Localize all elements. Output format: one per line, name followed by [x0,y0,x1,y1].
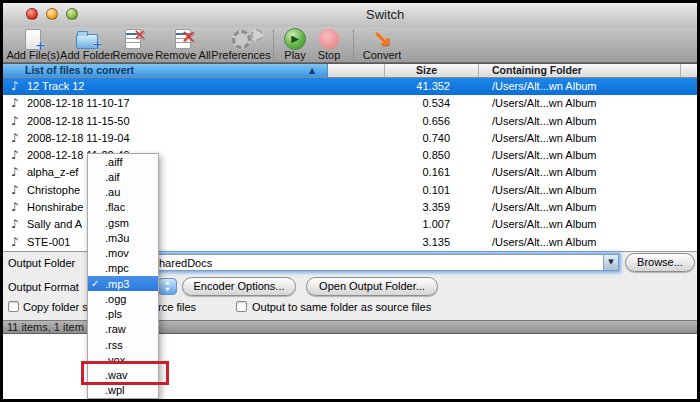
window-title: Switch [366,7,404,22]
toolbar-separator [353,30,354,60]
menu-item-au[interactable]: .au [88,185,158,200]
output-folder-label: Output Folder [8,257,75,269]
output-format-label: Output Format [8,281,79,293]
convert-button[interactable]: ↘ Convert [357,28,407,62]
file-size: 0.740 [378,132,450,144]
menu-item-label: .gsm [105,217,129,229]
open-output-folder-button[interactable]: Open Output Folder... [306,277,438,296]
folder-column-label[interactable]: Containing Folder [492,64,582,77]
gear-icon [251,29,263,41]
table-row[interactable]: ♪ 2008-12-18 11-19-04 0.740 /Users/Alt..… [3,130,697,147]
plus-icon: + [35,38,46,53]
menu-item-label: .aiff [105,156,123,168]
menu-item-raw[interactable]: .raw [88,322,158,337]
file-size: 3.135 [378,236,450,248]
table-row[interactable]: ♪ 2008-12-18 11-15-50 0.656 /Users/Alt..… [3,113,697,130]
file-folder: /Users/Alt...wn Album [492,201,597,213]
same-folder-checkbox[interactable] [236,301,247,312]
add-folder-label: Add Folder [59,50,115,61]
plus-icon: + [92,37,103,52]
checkmark-icon: ✓ [91,278,99,289]
convert-arrow-icon: ↘ [372,28,391,50]
file-size: 0.101 [378,184,450,196]
menu-item-label: .pls [105,308,122,320]
file-size: 41.352 [378,80,450,92]
music-note-icon: ♪ [11,165,19,180]
menu-item-label: .aif [105,171,120,183]
stop-button[interactable]: Stop [309,28,349,62]
music-note-icon: ♪ [11,183,19,198]
file-name: 2008-12-18 11-19-04 [27,132,130,144]
remove-button[interactable]: ✕ Remove [109,28,157,62]
menu-item-gsm[interactable]: .gsm [88,215,158,230]
remove-all-icon: ✕ [175,29,191,49]
remove-all-button[interactable]: ✕ Remove All [155,28,211,62]
output-folder-field[interactable]: haredDocs ▼ [93,254,619,271]
wav-annotation-box [81,361,169,385]
remove-all-label: Remove All [155,50,211,61]
stepper-up-icon: ▲ [159,279,176,286]
menu-item-mp3-selected[interactable]: ✓ .mp3 [88,276,158,291]
menu-item-mov[interactable]: .mov [88,246,158,261]
file-size: 0.850 [378,149,450,161]
size-column-label[interactable]: Size [416,64,437,77]
file-name: 12 Track 12 [27,80,84,92]
output-format-stepper[interactable]: ▲ ▼ [158,278,177,295]
column-header-files[interactable]: List of files to convert ▲ [3,64,328,77]
file-size: 0.161 [378,166,450,178]
column-divider [384,64,385,77]
table-row[interactable]: ♪ 12 Track 12 41.352 /Users/Alt...wn Alb… [3,78,697,95]
chevron-down-icon[interactable]: ▼ [603,255,618,270]
file-name: Christophe [27,184,80,196]
convert-label: Convert [357,50,407,61]
menu-item-aiff[interactable]: .aiff [88,154,158,169]
add-files-button[interactable]: + Add File(s) [5,28,61,62]
menu-item-label: .ogg [105,293,126,305]
menu-item-flac[interactable]: .flac [88,200,158,215]
title-bar: Switch [3,3,697,28]
add-file-icon: + [25,29,41,50]
menu-item-mpc[interactable]: .mpc [88,261,158,276]
menu-item-label: .wpl [105,384,125,396]
file-folder: /Users/Alt...wn Album [492,184,597,196]
add-folder-button[interactable]: + Add Folder [59,28,115,62]
menu-item-label: .flac [105,201,125,213]
file-name: STE-001 [27,236,70,248]
file-folder: /Users/Alt...wn Album [492,97,597,109]
file-folder: /Users/Alt...wn Album [492,166,597,178]
preferences-button[interactable]: Preferences [211,28,271,62]
file-folder: /Users/Alt...wn Album [492,149,597,161]
status-text: 11 items, 1 item [7,321,84,333]
music-note-icon: ♪ [11,200,19,215]
music-note-icon: ♪ [11,79,19,94]
music-note-icon: ♪ [11,148,19,163]
music-note-icon: ♪ [11,114,19,129]
music-note-icon: ♪ [11,131,19,146]
menu-item-label: .mpc [105,262,129,274]
menu-item-m3u[interactable]: .m3u [88,230,158,245]
menu-item-label: .mov [105,247,129,259]
minimize-button[interactable] [46,8,58,20]
stop-label: Stop [309,50,349,61]
file-folder: /Users/Alt...wn Album [492,80,597,92]
toolbar: + Add File(s) + Add Folder ✕ Remove ✕ Re… [3,27,697,63]
play-icon: ▶ [284,28,306,50]
copy-folder-checkbox[interactable] [8,301,19,312]
same-folder-checkbox-label[interactable]: Output to same folder as source files [252,301,431,313]
close-button[interactable] [26,8,38,20]
zoom-button[interactable] [66,8,78,20]
file-folder: /Users/Alt...wn Album [492,115,597,127]
encoder-options-button[interactable]: Encoder Options... [182,277,296,296]
remove-icon: ✕ [125,29,141,49]
menu-item-label: .mp3 [105,278,129,290]
table-row[interactable]: ♪ 2008-12-18 11-10-17 0.534 /Users/Alt..… [3,95,697,112]
file-size: 3.359 [378,201,450,213]
browse-button[interactable]: Browse... [625,253,695,272]
menu-item-pls[interactable]: .pls [88,307,158,322]
menu-item-ogg[interactable]: .ogg [88,291,158,306]
menu-item-aif[interactable]: .aif [88,169,158,184]
menu-item-wpl[interactable]: .wpl [88,383,158,398]
sort-ascending-icon: ▲ [309,64,315,77]
menu-item-rss[interactable]: .rss [88,337,158,352]
column-divider [680,64,681,77]
